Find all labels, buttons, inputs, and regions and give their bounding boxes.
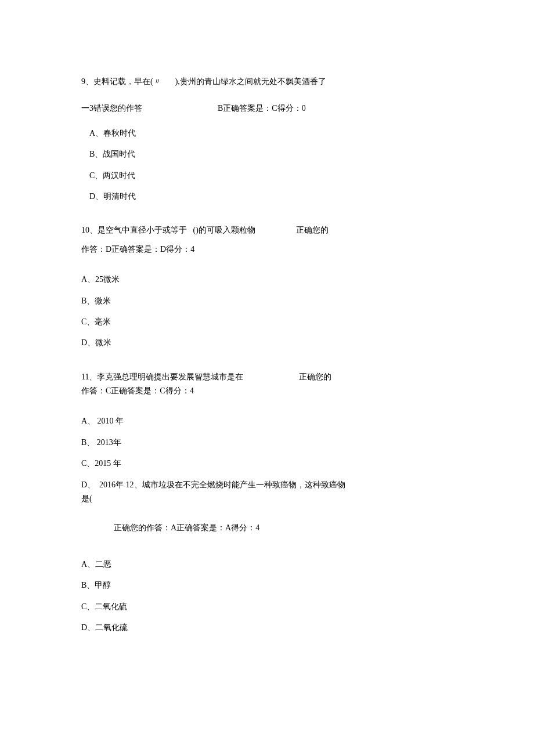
question-12-option-c: C、二氧化硫 [81,601,453,613]
question-11-line1: 11、李克强总理明确提出要发展智慧城市是在 正确您的 [81,371,453,384]
question-11-status: 正确您的 [299,371,331,384]
question-11-options: A、 2010 年 B、 2013年 C、2015 年 [81,415,453,470]
question-9-stem-a: 9、史料记载，早在(〃 [81,75,161,88]
question-11-option-d-and-q12-stem: D、 2016年 12、城市垃圾在不完全燃烧时能产生一种致癌物，这种致癌物 [81,479,453,491]
question-9-stem-b: ),贵州的青山绿水之间就无处不飘美酒香了 [175,75,326,88]
question-9-option-c: C、两汉时代 [89,169,453,182]
question-11-option-b: B、 2013年 [81,436,453,449]
question-9-feedback-a: 一3错误您的作答 [81,102,142,115]
question-10-line1: 10、是空气中直径小于或等于 ()的可吸入颗粒物 正确您的 [81,224,453,237]
question-10-option-a: A、25微米 [81,273,453,286]
document-page: 9、史料记载，早在(〃 ),贵州的青山绿水之间就无处不飘美酒香了 一3错误您的作… [0,0,534,700]
question-10-option-c: C、毫米 [81,316,453,328]
question-12-option-b: B、甲醇 [81,579,453,592]
question-11: 11、李克强总理明确提出要发展智慧城市是在 正确您的 作答：C正确答案是：C得分… [81,371,453,635]
question-9-options: A、春秋时代 B、战国时代 C、两汉时代 D、明清时代 [89,127,453,204]
question-11-feedback: 作答：C正确答案是：C得分：4 [81,385,453,397]
question-10-stem: 10、是空气中直径小于或等于 ()的可吸入颗粒物 [81,224,255,237]
question-12: D、 2016年 12、城市垃圾在不完全燃烧时能产生一种致癌物，这种致癌物 是(… [81,479,453,635]
question-10-options: A、25微米 B、微米 C、毫米 D、微米 [81,273,453,350]
question-11-option-a: A、 2010 年 [81,415,453,428]
question-10-feedback: 作答：D正确答案是：D得分：4 [81,243,453,256]
question-9-option-a: A、春秋时代 [89,127,453,140]
question-12-option-a: A、二恶 [81,558,453,571]
question-12-feedback: 正确您的作答：A正确答案是：A得分：4 [114,522,453,534]
question-9-line1: 9、史料记载，早在(〃 ),贵州的青山绿水之间就无处不飘美酒香了 [81,75,453,88]
question-9-option-b: B、战国时代 [89,148,453,161]
question-10-option-b: B、微米 [81,295,453,308]
question-11-stem: 11、李克强总理明确提出要发展智慧城市是在 [81,371,243,384]
question-12-stem-cont: 是( [81,493,453,505]
question-12-options: A、二恶 B、甲醇 C、二氧化硫 D、二氧化硫 [81,558,453,635]
question-9-feedback-b: B正确答案是：C得分：0 [218,102,306,115]
question-9-option-d: D、明清时代 [89,190,453,203]
question-9-feedback: 一3错误您的作答 B正确答案是：C得分：0 [81,102,453,115]
question-10: 10、是空气中直径小于或等于 ()的可吸入颗粒物 正确您的 作答：D正确答案是：… [81,224,453,349]
question-11-option-c: C、2015 年 [81,457,453,470]
question-12-option-d: D、二氧化硫 [81,621,453,634]
question-10-option-d: D、微米 [81,337,453,349]
question-10-status: 正确您的 [296,224,329,237]
